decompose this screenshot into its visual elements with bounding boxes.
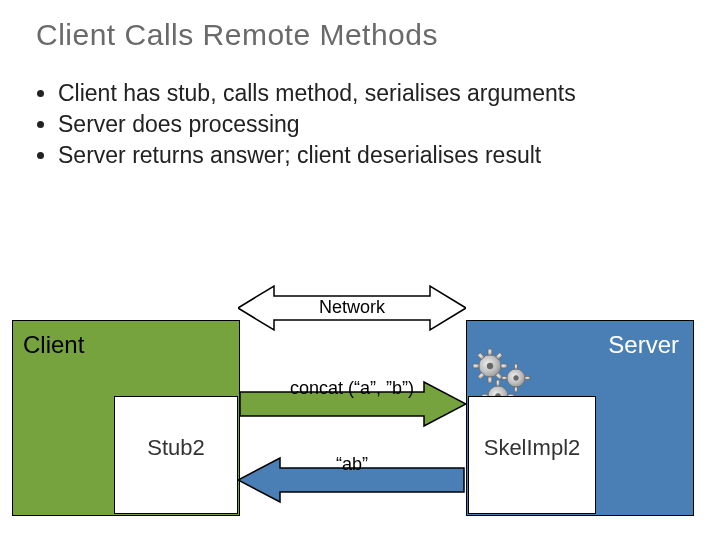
client-label: Client	[23, 331, 84, 359]
stub-box: Stub2	[114, 396, 238, 514]
return-arrow-left: “ab”	[238, 456, 466, 504]
skel-label: SkelImpl2	[469, 435, 595, 461]
network-double-arrow: Network	[238, 284, 466, 332]
bullet-item: Server returns answer; client deserialis…	[58, 142, 720, 169]
bullet-item: Client has stub, calls method, serialise…	[58, 80, 720, 107]
server-label: Server	[608, 331, 679, 359]
svg-marker-0	[238, 286, 466, 330]
diagram-stage: Network Client Server	[12, 320, 712, 530]
bullet-item: Server does processing	[58, 111, 720, 138]
stub-label: Stub2	[115, 435, 237, 461]
bullet-list: Client has stub, calls method, serialise…	[0, 52, 720, 169]
skeleton-impl-box: SkelImpl2	[468, 396, 596, 514]
call-arrow-right: concat (“a”, ”b”)	[238, 380, 466, 428]
svg-marker-24	[238, 458, 464, 502]
slide-title: Client Calls Remote Methods	[0, 0, 720, 52]
svg-marker-23	[240, 382, 466, 426]
